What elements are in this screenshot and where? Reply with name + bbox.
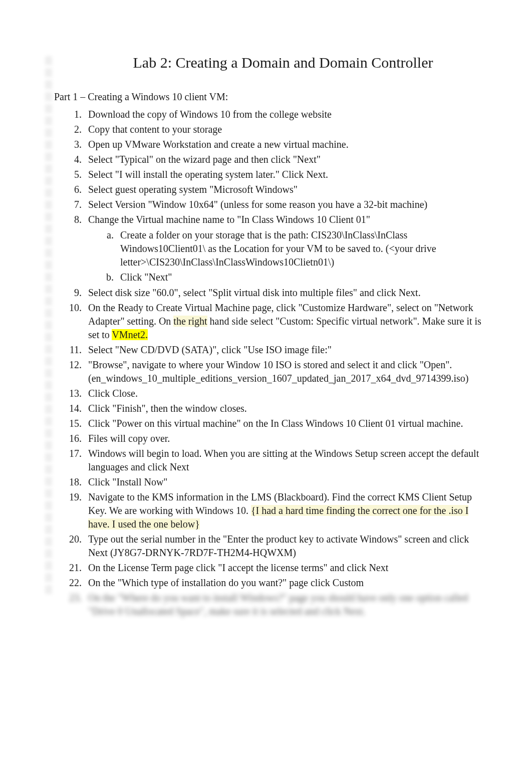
step-11: Select "New CD/DVD (SATA)", click "Use I… xyxy=(84,343,482,357)
step-text: Click "Finish", then the window closes. xyxy=(88,403,247,414)
step-21: On the License Term page click "I accept… xyxy=(84,561,482,575)
step-text: On the "Which type of installation do yo… xyxy=(88,577,364,588)
step-22: On the "Which type of installation do yo… xyxy=(84,576,482,590)
step-text: Copy that content to your storage xyxy=(88,124,222,135)
step-1: Download the copy of Windows 10 from the… xyxy=(84,108,482,121)
step-text: Download the copy of Windows 10 from the… xyxy=(88,109,332,120)
step-text: Windows will begin to load. When you are… xyxy=(88,448,479,472)
step-text: On the License Term page click "I accept… xyxy=(88,562,388,573)
step-8-sublist: Create a folder on your storage that is … xyxy=(88,228,482,284)
step-text: Select guest operating system "Microsoft… xyxy=(88,184,298,195)
highlight-vmnet2: VMnet2. xyxy=(112,329,148,340)
section-heading-part1: Part 1 – Creating a Windows 10 client VM… xyxy=(54,91,482,103)
step-7: Select Version "Window 10x64" (unless fo… xyxy=(84,198,482,211)
step-8: Change the Virtual machine name to "In C… xyxy=(84,213,482,284)
step-text: Click Close. xyxy=(88,388,138,399)
highlight-pale: the right xyxy=(173,316,207,327)
step-17: Windows will begin to load. When you are… xyxy=(84,447,482,474)
step-text: Select disk size "60.0", select "Split v… xyxy=(88,287,421,298)
step-text: Click "Install Now" xyxy=(88,476,168,487)
step-19: Navigate to the KMS information in the L… xyxy=(84,490,482,531)
step-text: Files will copy over. xyxy=(88,433,170,444)
step-4: Select "Typical" on the wizard page and … xyxy=(84,153,482,166)
step-14: Click "Finish", then the window closes. xyxy=(84,402,482,415)
step-6: Select guest operating system "Microsoft… xyxy=(84,183,482,196)
step-text: Click "Power on this virtual machine" on… xyxy=(88,418,463,429)
step-16: Files will copy over. xyxy=(84,432,482,445)
step-text: Select "New CD/DVD (SATA)", click "Use I… xyxy=(88,344,332,355)
step-15: Click "Power on this virtual machine" on… xyxy=(84,417,482,430)
step-text: Select Version "Window 10x64" (unless fo… xyxy=(88,199,427,210)
step-12: "Browse", navigate to where your Window … xyxy=(84,358,482,385)
step-text: On the "Where do you want to install Win… xyxy=(88,592,468,617)
step-text: "Browse", navigate to where your Window … xyxy=(88,359,452,370)
step-20: Type out the serial number in the "Enter… xyxy=(84,533,482,560)
page-title: Lab 2: Creating a Domain and Domain Cont… xyxy=(54,54,482,71)
step-9: Select disk size "60.0", select "Split v… xyxy=(84,286,482,300)
step-13: Click Close. xyxy=(84,387,482,400)
step-10: On the Ready to Create Virtual Machine p… xyxy=(84,301,482,342)
step-2: Copy that content to your storage xyxy=(84,123,482,136)
step-5: Select "I will install the operating sys… xyxy=(84,168,482,181)
step-text: Select "I will install the operating sys… xyxy=(88,169,328,180)
step-8b: Click "Next" xyxy=(116,271,482,284)
step-18: Click "Install Now" xyxy=(84,475,482,489)
step-text: Click "Next" xyxy=(120,272,172,283)
step-text: Open up VMware Workstation and create a … xyxy=(88,139,349,150)
step-text: Type out the serial number in the "Enter… xyxy=(88,534,469,558)
step-8a: Create a folder on your storage that is … xyxy=(116,228,482,269)
step-text: Create a folder on your storage that is … xyxy=(120,229,436,268)
document-page: Lab 2: Creating a Domain and Domain Cont… xyxy=(0,0,532,650)
iso-filename: (en_windows_10_multiple_editions_version… xyxy=(88,372,482,385)
step-23-blurred: On the "Where do you want to install Win… xyxy=(84,591,482,618)
steps-list: Download the copy of Windows 10 from the… xyxy=(54,108,482,618)
step-3: Open up VMware Workstation and create a … xyxy=(84,138,482,151)
step-text: Select "Typical" on the wizard page and … xyxy=(88,154,321,165)
step-text: Change the Virtual machine name to "In C… xyxy=(88,214,370,225)
